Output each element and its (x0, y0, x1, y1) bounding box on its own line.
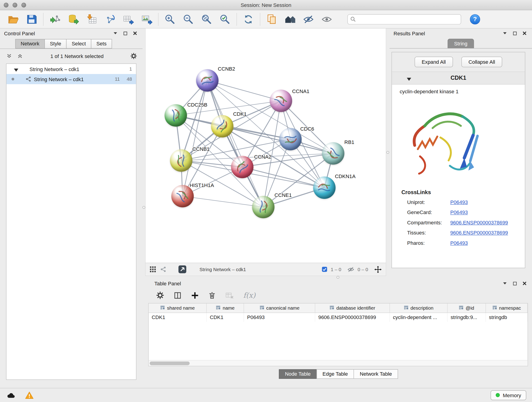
crosslink-link[interactable]: 9606.ENSP00000378699 (450, 219, 508, 225)
maximize-window-button[interactable] (21, 3, 26, 7)
tab-string[interactable]: String (448, 39, 474, 48)
refresh-view-icon[interactable] (242, 12, 255, 26)
results-panel-splitter[interactable] (386, 28, 389, 276)
import-table-icon[interactable] (85, 12, 98, 26)
network-node-cdc25b[interactable] (165, 104, 187, 127)
table-panel-menu-icon[interactable] (501, 280, 508, 287)
table-panel-splitter[interactable] (145, 276, 532, 279)
table-cell[interactable]: 9606.ENSP00000378699 (315, 313, 390, 322)
delete-column-trash-icon[interactable] (207, 291, 217, 300)
warning-icon[interactable] (24, 391, 34, 399)
pan-crosshair-icon[interactable] (374, 266, 382, 273)
results-panel-close-icon[interactable] (521, 30, 528, 37)
control-panel-menu-icon[interactable] (112, 30, 119, 37)
show-columns-icon[interactable] (173, 291, 182, 300)
column-header[interactable]: canonical name (244, 303, 315, 313)
results-panel-float-icon[interactable] (511, 30, 518, 37)
import-network-file-icon[interactable] (49, 12, 61, 26)
cloud-status-icon[interactable] (6, 391, 16, 399)
crosslink-link[interactable]: P06493 (450, 240, 468, 245)
table-horizontal-scrollbar[interactable] (149, 360, 528, 366)
table-cell[interactable]: stringdb:9... (447, 313, 486, 322)
splitter-handle[interactable] (336, 276, 339, 279)
hide-selected-icon[interactable] (302, 12, 315, 26)
control-panel-splitter[interactable] (143, 28, 145, 388)
save-session-icon[interactable] (25, 12, 38, 26)
show-hidden-eye-icon[interactable] (320, 12, 333, 26)
table-cell[interactable]: CDK1 (149, 313, 207, 322)
table-cell[interactable]: CDK1 (207, 313, 244, 322)
birdseye-view-icon[interactable] (178, 265, 186, 274)
import-network-database-icon[interactable] (67, 12, 80, 26)
tab-network-table[interactable]: Network Table (354, 369, 398, 379)
clone-network-icon[interactable] (265, 12, 278, 26)
zoom-selected-icon[interactable] (219, 12, 231, 26)
network-node-hist1h1a[interactable] (171, 185, 194, 207)
column-header[interactable]: database identifier (315, 303, 390, 313)
network-collection-row[interactable]: String Network – cdk1 1 (6, 64, 136, 74)
crosslink-link[interactable]: 9606.ENSP00000378699 (450, 230, 508, 235)
network-node-cdk1[interactable] (211, 115, 234, 138)
results-panel-menu-icon[interactable] (501, 30, 508, 37)
delete-table-icon[interactable] (225, 291, 234, 300)
search-input[interactable] (347, 14, 461, 24)
network-node-ccne1[interactable] (252, 196, 274, 218)
hidden-count-eye-icon[interactable] (347, 266, 354, 273)
tab-select[interactable]: Select (66, 39, 91, 48)
protein-disclosure-icon[interactable] (407, 76, 412, 80)
table-cell[interactable]: stringdb (486, 313, 527, 322)
network-tree-expand-icon[interactable] (5, 53, 14, 59)
network-canvas[interactable]: CCNB2CCNA1CDC25BCDK1CDC6RB1CCNB1CCNA2CDK… (146, 28, 386, 263)
network-node-ccnb1[interactable] (170, 149, 192, 172)
network-node-cdkn1a[interactable] (313, 177, 336, 199)
network-node-ccna1[interactable] (270, 89, 292, 112)
network-node-rb1[interactable] (322, 142, 344, 165)
control-panel-close-icon[interactable] (132, 30, 139, 37)
table-cell[interactable]: cyclin-dependent ... (390, 313, 447, 322)
show-all-icon[interactable] (284, 12, 297, 26)
network-tree-collapse-icon[interactable] (16, 53, 25, 59)
collapse-all-button[interactable]: Collapse All (462, 57, 502, 67)
close-window-button[interactable] (4, 3, 8, 7)
add-column-icon[interactable] (190, 291, 199, 300)
collection-disclosure-icon[interactable] (14, 67, 18, 70)
tab-style[interactable]: Style (44, 39, 67, 48)
help-button[interactable]: ? (470, 14, 480, 24)
open-session-icon[interactable] (7, 12, 20, 26)
column-header[interactable]: @id (447, 303, 486, 313)
scrollbar-thumb[interactable] (150, 361, 190, 365)
expand-all-button[interactable]: Expand All (414, 57, 453, 67)
grid-view-icon[interactable] (150, 266, 156, 273)
protein-section-header[interactable]: CDK1 (392, 72, 525, 85)
splitter-handle[interactable] (386, 151, 389, 154)
minimize-window-button[interactable] (13, 3, 17, 7)
new-network-icon[interactable] (104, 12, 116, 26)
network-node-ccnb2[interactable] (196, 69, 219, 92)
table-panel-close-icon[interactable] (521, 280, 528, 287)
crosslink-link[interactable]: P06493 (450, 199, 468, 205)
zoom-in-icon[interactable] (164, 12, 177, 26)
network-node-cdc6[interactable] (279, 128, 302, 150)
table-cell[interactable]: P06493 (244, 313, 315, 322)
network-edge-ccnb2-ccne1[interactable] (207, 80, 263, 207)
function-builder-icon[interactable]: f(x) (243, 291, 255, 300)
network-edge-ccnb2-hist1h1a[interactable] (183, 80, 207, 196)
table-settings-gear-icon[interactable] (155, 291, 165, 300)
export-network-icon[interactable] (122, 12, 135, 26)
export-image-icon[interactable] (140, 12, 153, 26)
column-header[interactable]: shared name (149, 303, 207, 313)
network-options-gear-icon[interactable] (130, 52, 138, 60)
column-header[interactable]: description (390, 303, 447, 313)
string-view-icon[interactable] (160, 266, 167, 273)
network-node-ccna2[interactable] (231, 156, 253, 178)
tab-node-table[interactable]: Node Table (279, 369, 317, 379)
network-row[interactable]: String Network – cdk1 11 48 (6, 74, 136, 84)
table-panel-float-icon[interactable] (511, 280, 518, 287)
tab-edge-table[interactable]: Edge Table (317, 369, 354, 379)
column-header[interactable]: namespac (486, 303, 527, 313)
selected-count-checkbox-icon[interactable] (322, 267, 327, 272)
zoom-out-icon[interactable] (182, 12, 195, 26)
column-header[interactable]: name (207, 303, 244, 313)
crosslink-link[interactable]: P06493 (450, 209, 468, 215)
tab-network[interactable]: Network (15, 39, 45, 48)
